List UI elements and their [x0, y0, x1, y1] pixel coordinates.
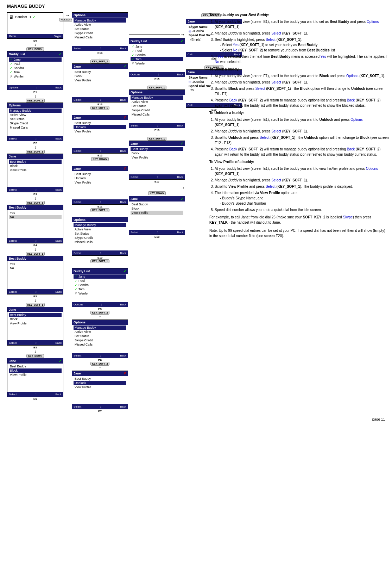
E4-body: Yes No	[7, 210, 63, 238]
screen-E3-block: Jane Best Buddy Block View Profile Selec…	[7, 154, 63, 196]
E19-title: Jane	[188, 70, 195, 74]
step-vp-5: Speed dial number allows you to do a qui…	[215, 207, 389, 212]
screen-E12-block: Jane ✗ Best Buddy Unblock View Profile S…	[72, 115, 128, 157]
E2-setstatus: Set Status	[9, 117, 62, 121]
screen-E13-block: Jane ✓ Best Buddy Block View Profile Sel…	[72, 63, 128, 106]
arrow-E6-E7: → KEY_SOFT_1	[64, 12, 71, 28]
E14-active: Active View	[74, 23, 126, 27]
set-best-buddy-steps: At your buddy list view (screen E1), scr…	[215, 19, 389, 64]
E14-setstatus: Set Status	[74, 27, 126, 31]
col3: → Buddy List ✓ ✓Jane	[129, 12, 185, 238]
screen-E5jane: Jane Best Buddy Block View Profile Selec…	[7, 307, 63, 346]
key-soft2-btn-E9: KEY_SOFT_2	[90, 311, 110, 315]
E17-footer: Select ↕ Back	[129, 174, 185, 179]
E6-body: Best Buddy Block View Profile	[7, 364, 63, 392]
step-ub-1: At your buddy list view (screen E1), scr…	[215, 117, 389, 128]
block-steps: At your buddy list view (screen E1), scr…	[215, 73, 389, 108]
screen-E18: Jane ✓ Best Buddy Block View Profile Sel…	[129, 196, 185, 235]
arrow-E14-E15: →	[180, 32, 185, 37]
screen-E5jane-block: Jane Best Buddy Block View Profile Selec…	[7, 307, 63, 349]
E5bb-id: E5	[33, 295, 37, 298]
E5bb-left: Select	[9, 290, 17, 293]
E5jane-arrows: ↕	[35, 341, 37, 345]
E10-missedcalls: Missed Calls	[74, 240, 126, 244]
E0-body: 🖥 Handset 1 ✓	[7, 13, 63, 34]
E3-title: Jane	[9, 155, 16, 158]
E18-footer: Select ↕ Back	[129, 230, 185, 235]
E15-body: ✓Jane ✓Paul ✓Sandra ✓Tom	[129, 44, 185, 72]
E14-arrows: ↕	[100, 46, 102, 50]
E15-jane: ✓Jane	[131, 44, 183, 49]
E16-skypecredit: Skype Credit	[131, 108, 183, 112]
paul-name: Paul	[14, 62, 20, 66]
E13-body: Best Buddy Block View Profile	[72, 69, 128, 97]
E1-title: Buddy List	[9, 52, 25, 56]
E11-id: E11	[97, 205, 102, 208]
E5jane-right: Back	[55, 341, 62, 345]
buddy-paul: ✓Paul	[9, 62, 62, 66]
screen-E8: Options Manage Buddy Active View Set Sta…	[72, 320, 128, 358]
screen-E9-block: Buddy List ✓ ✓Jane ✓Paul ✓Sandra	[72, 268, 128, 311]
screen-E14: Options Manage Buddy Active View Set Sta…	[72, 12, 128, 51]
step-bb-2: Manage Buddy is highlighted, press Selec…	[215, 31, 389, 36]
screen-E2: Options Manage Buddy Active View Set Sta…	[7, 103, 63, 141]
key-soft1-btn-5: KEY_SOFT_1	[26, 303, 45, 307]
arrow-E5bb-E5jane: ↓ KEY_SOFT_1	[26, 298, 45, 307]
E1-arrows: ↕	[36, 86, 38, 89]
E5jane-title: Jane	[9, 308, 16, 311]
arrow-E5jane-E6: ↓ KEY_DOWN	[26, 349, 44, 358]
E15-wenfei: ✗Wenfei	[131, 61, 183, 66]
step-vp-1: At your buddy list view (screen E1), scr…	[215, 166, 389, 176]
E5jane-bestbuddy: Best Buddy	[9, 313, 62, 317]
E15-sandra-check: ✓	[132, 53, 134, 57]
E16-missedcalls: Missed Calls	[131, 112, 183, 117]
E17-title: Jane	[131, 142, 138, 145]
E12-arrows: ↕	[100, 149, 102, 153]
block-heading: To Block a buddy:	[209, 67, 389, 72]
key-soft1-btn-E10: KEY_SOFT_1	[90, 259, 110, 263]
key-soft2-btn-E8: KEY_SOFT_2	[90, 362, 110, 366]
buddy-jane: ✓Jane	[9, 57, 62, 62]
E16-left: Select	[131, 124, 138, 127]
E6-block: Block	[9, 368, 62, 373]
E5bb-arrows: ↕	[35, 290, 37, 293]
set-best-buddy-heading: To set a buddy as your Best Buddy:	[209, 12, 389, 18]
screen-E7: Jane ✗ Best Buddy Unblock View Profile S…	[72, 371, 128, 409]
E2-active: Active View	[9, 113, 62, 117]
E5bb-yes: Yes	[9, 262, 62, 266]
E15-right: Back	[177, 73, 183, 76]
monitor-icon: 🖥	[9, 14, 14, 20]
key-soft1-btn-3: KEY_SOFT_1	[26, 201, 45, 205]
E3-footer: Select ↕ Back	[7, 187, 63, 192]
arrow-E11-E10: KEY_SOFT_1 ↑	[90, 208, 110, 217]
E1-left: Options	[9, 86, 19, 89]
E14-left: Select	[74, 47, 81, 50]
screen-E15-block: Buddy List ✓ ✓Jane ✓Paul ✓Sandra	[129, 38, 185, 81]
E7-footer: Select ↕ Back	[72, 404, 128, 409]
E2-title: Options	[9, 104, 21, 107]
E20-skype-icon: ◎	[189, 29, 191, 33]
E17-header: Jane ✓	[129, 141, 185, 146]
E15-id: E15	[154, 77, 159, 81]
E7-body: Best Buddy Unblock View Profile	[72, 376, 128, 404]
E9-body: ✓Jane ✓Paul ✓Sandra ✓Tom	[72, 274, 128, 302]
E0-handset-row: 🖥 Handset 1 ✓	[9, 14, 36, 20]
instructions-panel: To set a buddy as your Best Buddy: At yo…	[206, 12, 389, 414]
E18-bestbuddy: Best Buddy	[131, 202, 183, 206]
E9-paul-check: ✓	[75, 279, 77, 283]
E6-right: Back	[55, 393, 62, 396]
screen-E0-block: 🖥 Handset 1 ✓ Menu Skype E0	[7, 12, 63, 42]
arrow-E17-E18: →	[180, 185, 185, 191]
E2-left: Select	[9, 137, 17, 140]
E15-tom-check: ✓	[132, 57, 134, 61]
step-vp-4: The information provided via View Profil…	[215, 190, 389, 206]
E17-check: ✓	[181, 142, 183, 145]
key-soft1-E16: KEY_SOFT_1	[147, 137, 167, 141]
page-title: MANAGE BUDDY	[7, 4, 385, 9]
E9-wenfei: ✗Wenfei	[74, 291, 126, 296]
E10-manage: Manage Buddy	[74, 223, 126, 227]
E7-error: ✗	[124, 372, 126, 375]
E18-title: Jane	[131, 197, 138, 201]
E7-unblock: Unblock	[74, 381, 126, 385]
E10-arrows: ↕	[100, 251, 102, 255]
